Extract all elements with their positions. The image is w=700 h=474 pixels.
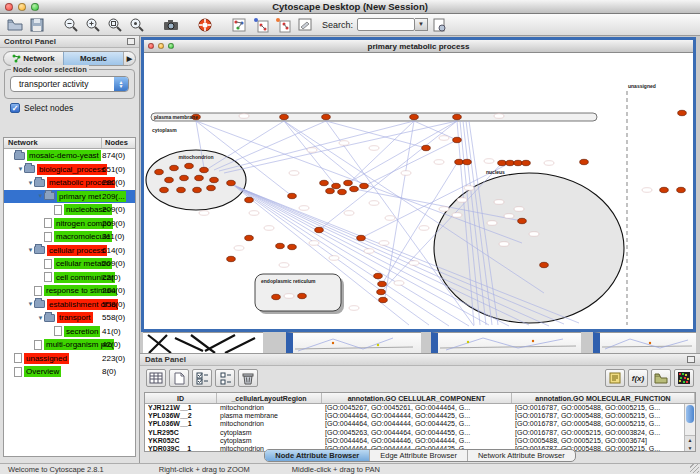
tree-column-nodes[interactable]: Nodes xyxy=(102,138,135,148)
network-node[interactable] xyxy=(453,137,462,142)
background-window-overview[interactable] xyxy=(143,332,263,353)
tree-row-transport[interactable]: ▼transport558(0) xyxy=(4,311,135,325)
select-attributes-button[interactable] xyxy=(192,369,212,387)
network-view-button[interactable] xyxy=(228,15,250,35)
zoom-selected-button[interactable] xyxy=(126,15,148,35)
network-node[interactable] xyxy=(338,189,347,194)
network-node[interactable] xyxy=(463,159,472,164)
float-panel-icon[interactable] xyxy=(127,38,135,45)
expander-icon[interactable]: ▼ xyxy=(27,180,34,186)
network-node[interactable] xyxy=(455,159,464,164)
heatmap-button[interactable] xyxy=(674,369,694,387)
network-node[interactable] xyxy=(185,163,194,168)
network-node[interactable] xyxy=(357,235,366,240)
open-file-button[interactable] xyxy=(4,15,26,35)
select-nodes-checkbox[interactable]: ✓ xyxy=(10,103,20,113)
network-node[interactable] xyxy=(193,187,202,192)
node-color-dropdown[interactable]: transporter activity ▲▼ xyxy=(10,76,129,92)
network-node[interactable] xyxy=(288,244,297,249)
tree-row-cell-communicat[interactable]: cell communicat22(0) xyxy=(4,271,135,285)
background-window-2[interactable] xyxy=(431,332,581,353)
scrollbar-thumb[interactable] xyxy=(686,405,694,423)
tree-row-multi-organism-pro[interactable]: multi-organism pro42(0) xyxy=(4,338,135,352)
network-window-titlebar[interactable]: primary metabolic process xyxy=(144,40,693,53)
network-node[interactable] xyxy=(207,185,216,190)
network-node[interactable] xyxy=(580,159,589,164)
network-node[interactable] xyxy=(276,243,285,248)
network-node[interactable] xyxy=(422,145,431,150)
tree-row-response-to-stimulu[interactable]: response to stimulu264(0) xyxy=(4,284,135,298)
network-node[interactable] xyxy=(280,114,289,119)
tree-row-metabolic-process[interactable]: ▼metabolic process280(0) xyxy=(4,176,135,190)
network-node[interactable] xyxy=(322,114,331,119)
network-edge[interactable] xyxy=(219,121,414,171)
network-node[interactable] xyxy=(160,187,169,192)
network-node[interactable] xyxy=(522,160,531,165)
network-node[interactable] xyxy=(379,297,388,302)
tab-node-attribute-browser[interactable]: Node Attribute Browser xyxy=(265,450,369,461)
background-window-3[interactable] xyxy=(593,332,696,353)
tree-row-macromolecule[interactable]: macromolecule311(0) xyxy=(4,230,135,244)
unselect-attributes-button[interactable] xyxy=(215,369,235,387)
attribute-notes-button[interactable] xyxy=(605,369,625,387)
network-node[interactable] xyxy=(678,110,687,115)
network-edge[interactable] xyxy=(284,121,364,186)
table-row-ypl036w-2[interactable]: YPL036W__2plasma membrane[GO:0044464, GO… xyxy=(145,412,695,420)
zoom-fit-button[interactable] xyxy=(104,15,126,35)
column-header-cellularlayoutregion[interactable]: _cellularLayoutRegion xyxy=(217,393,322,403)
network-node[interactable] xyxy=(518,218,527,223)
network-node[interactable] xyxy=(377,289,386,294)
network-node[interactable] xyxy=(374,273,383,278)
network-view-window[interactable]: primary metabolic process plasma membran… xyxy=(141,37,696,332)
table-row-ykr052c[interactable]: YKR052Ccytoplasm[GO:0044464, GO:0044446,… xyxy=(145,437,695,445)
attribute-table-button[interactable] xyxy=(146,369,166,387)
network-node[interactable] xyxy=(298,293,307,298)
network-node[interactable] xyxy=(155,169,164,174)
network-node[interactable] xyxy=(660,187,669,192)
table-row-yjr121w-1[interactable]: YJR121W__1mitochondrion[GO:0045267, GO:0… xyxy=(145,404,695,412)
tree-row-cellular-process[interactable]: ▼cellular process614(0) xyxy=(4,244,135,258)
network-node[interactable] xyxy=(514,160,523,165)
expander-icon[interactable]: ▼ xyxy=(27,301,34,307)
merge-network-button[interactable] xyxy=(272,15,294,35)
delete-attribute-button[interactable] xyxy=(238,369,258,387)
network-node[interactable] xyxy=(227,256,236,261)
tab-overflow-button[interactable]: ▶ xyxy=(123,52,135,65)
network-node[interactable] xyxy=(170,165,179,170)
network-node[interactable] xyxy=(315,227,324,232)
background-window-1[interactable] xyxy=(286,332,421,353)
tab-mosaic[interactable]: Mosaic xyxy=(63,52,123,65)
network-node[interactable] xyxy=(210,177,219,182)
network-edge[interactable] xyxy=(414,121,457,140)
import-attributes-button[interactable] xyxy=(651,369,671,387)
search-input[interactable] xyxy=(357,18,415,31)
float-data-panel-icon[interactable] xyxy=(687,356,695,363)
network-canvas[interactable]: plasma membrane cytoplasm mitochondrion … xyxy=(144,53,693,329)
tree-row-nucleobase[interactable]: nucleobase-209(0) xyxy=(4,203,135,217)
network-node[interactable] xyxy=(453,114,462,119)
network-node[interactable] xyxy=(326,188,335,193)
expander-icon[interactable]: ▼ xyxy=(37,193,44,199)
expander-icon[interactable]: ▼ xyxy=(27,247,34,253)
network-node[interactable] xyxy=(272,294,281,299)
tree-row-overview[interactable]: Overview8(0) xyxy=(4,365,135,379)
tree-row-unassigned[interactable]: unassigned223(0) xyxy=(4,352,135,366)
snapshot-button[interactable] xyxy=(160,15,182,35)
table-scrollbar[interactable]: ▲▼ xyxy=(684,404,695,451)
tab-network[interactable]: Network xyxy=(4,52,63,65)
tree-row-establishment-of-lo[interactable]: ▼establishment of lo558(0) xyxy=(4,298,135,312)
network-node[interactable] xyxy=(245,197,254,202)
network-node[interactable] xyxy=(540,262,549,267)
tab-edge-attribute-browser[interactable]: Edge Attribute Browser xyxy=(369,450,467,461)
zoom-out-button[interactable] xyxy=(60,15,82,35)
network-node[interactable] xyxy=(288,193,297,198)
tab-network-attribute-browser[interactable]: Network Attribute Browser xyxy=(467,450,575,461)
expander-icon[interactable]: ▼ xyxy=(17,166,24,172)
network-node[interactable] xyxy=(200,167,209,172)
help-button[interactable] xyxy=(194,15,216,35)
network-node[interactable] xyxy=(195,175,204,180)
network-node[interactable] xyxy=(177,187,186,192)
network-edge[interactable] xyxy=(284,121,336,186)
save-session-button[interactable] xyxy=(26,15,48,35)
network-node[interactable] xyxy=(410,114,419,119)
